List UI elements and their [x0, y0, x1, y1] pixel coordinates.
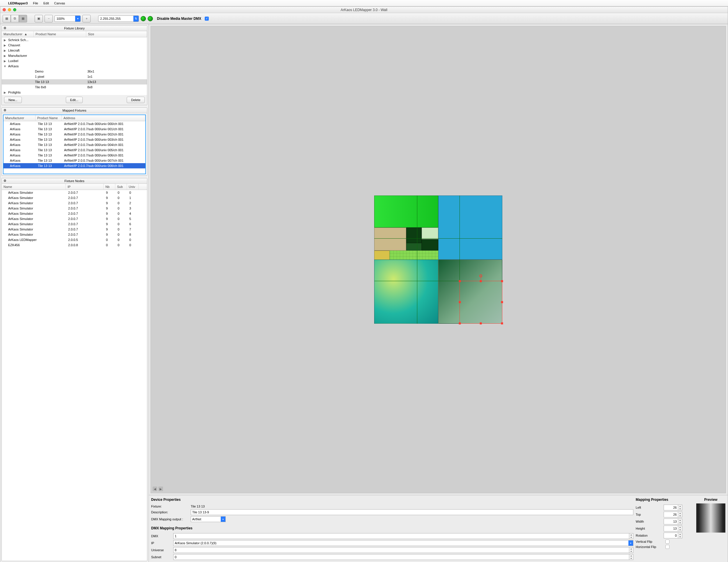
stepper-icon[interactable]: ▲▼	[678, 512, 682, 517]
gear-icon[interactable]: ⚙	[3, 179, 6, 183]
gear-icon[interactable]: ⚙	[3, 26, 6, 30]
gear-icon[interactable]: ⚙	[3, 108, 6, 112]
node-row[interactable]: ArKaos Simulator2.0.0.7906	[2, 221, 147, 227]
mapped-row[interactable]: ArKaosTile 13 13ArtNet/IP 2.0.0.7/sub 00…	[3, 137, 145, 142]
sort-asc-icon: ▲	[24, 32, 27, 36]
mapped-row[interactable]: ArKaosTile 13 13ArtNet/IP 2.0.0.7/sub 00…	[3, 121, 145, 126]
zoom-in-icon[interactable]: ＋	[82, 15, 91, 22]
status-led-1-icon	[141, 16, 146, 21]
mapped-header[interactable]: Manufacturer Product Name Address	[3, 115, 145, 121]
dmx-output-select[interactable]: ArtNet▾	[191, 516, 226, 522]
disable-dmx-checkbox[interactable]: ✓	[205, 17, 209, 21]
tree-row[interactable]: ▶Schnick Sch...	[2, 37, 147, 43]
fixture-nodes-panel: ⚙Fixture Nodes Name IP Nb Sub Univ ArKao…	[1, 178, 147, 561]
canvas-prev-icon[interactable]: ◀	[153, 487, 157, 491]
library-tree[interactable]: ▶Schnick Sch...▶Chauvet▶Litecraft▶Manufa…	[2, 37, 147, 95]
dmx-ip-select[interactable]: ArKaos Simulator (2.0.0.7)(9)▾	[173, 540, 633, 546]
preview-thumbnail	[696, 503, 725, 533]
tree-row[interactable]: ▶Luxibel	[2, 58, 147, 63]
node-row[interactable]: ArKaos Simulator2.0.0.7904	[2, 211, 147, 216]
tree-row[interactable]: ▶Manufacturer	[2, 53, 147, 58]
universe-input[interactable]	[173, 547, 629, 553]
fixture-value: Tile 13 13	[191, 505, 205, 508]
stepper-icon[interactable]: ▲▼	[678, 533, 682, 538]
top-input[interactable]	[664, 512, 678, 517]
stepper-icon[interactable]: ▲▼	[678, 519, 682, 524]
tree-child[interactable]: Tile 8x88x8	[2, 84, 147, 90]
tree-child[interactable]: 1 pixel1x1	[2, 74, 147, 79]
nodes-header[interactable]: Name IP Nb Sub Univ	[2, 184, 147, 190]
canvas-next-icon[interactable]: ▶	[158, 487, 163, 491]
stepper-icon[interactable]: ▲▼	[629, 547, 633, 553]
zoom-out-icon[interactable]: －	[45, 15, 53, 22]
subnet-input[interactable]	[173, 554, 629, 560]
mapped-row[interactable]: ArKaosTile 13 13ArtNet/IP 2.0.0.7/sub 00…	[3, 158, 145, 163]
height-input[interactable]	[664, 526, 678, 531]
status-led-2-icon	[148, 16, 153, 21]
dropdown-arrow-icon: ⇅	[133, 16, 139, 22]
app-name[interactable]: LEDMapper3	[8, 1, 28, 5]
vflip-checkbox[interactable]	[665, 540, 669, 544]
edit-fixture-button[interactable]: Edit...	[66, 97, 83, 103]
dmx-input[interactable]	[173, 533, 629, 539]
node-row[interactable]: ArKaos Simulator2.0.0.7902	[2, 200, 147, 206]
node-row[interactable]: ArKaos Simulator2.0.0.7908	[2, 232, 147, 237]
menu-canvas[interactable]: Canvas	[54, 1, 65, 5]
tree-child[interactable]: Demo36x1	[2, 69, 147, 74]
node-row[interactable]: ArKaos LEDMapper2.0.0.5000	[2, 237, 147, 242]
stepper-icon[interactable]: ▲▼	[629, 533, 633, 539]
zoom-select[interactable]: 100% ▾	[54, 15, 81, 22]
mapped-row[interactable]: ArKaosTile 13 13ArtNet/IP 2.0.0.7/sub 00…	[3, 142, 145, 147]
mapped-row[interactable]: ArKaosTile 13 13ArtNet/IP 2.0.0.7/sub 00…	[3, 147, 145, 153]
menu-edit[interactable]: Edit	[43, 1, 49, 5]
stepper-icon[interactable]: ▲▼	[678, 526, 682, 531]
main-window: ArKaos LEDMapper 3.0 - Wall ▦ ⧉ ▦ ▣ － 10…	[0, 6, 728, 562]
window-minimize-icon[interactable]	[8, 8, 11, 11]
panel-title: Fixture Nodes	[64, 179, 84, 183]
node-row[interactable]: EZK4562.0.0.8000	[2, 242, 147, 247]
hflip-checkbox[interactable]	[665, 545, 669, 549]
panel-title: Fixture Library	[64, 26, 84, 30]
tool-fit-icon[interactable]: ▣	[35, 15, 43, 22]
selection-box[interactable]	[460, 281, 502, 324]
tree-child[interactable]: Tile 13 1313x13	[2, 79, 147, 84]
preview-title: Preview	[696, 498, 725, 502]
mapped-list[interactable]: ArKaosTile 13 13ArtNet/IP 2.0.0.7/sub 00…	[3, 121, 145, 174]
library-header[interactable]: Manufacturer ▲ Product Name Size	[2, 31, 147, 37]
mapped-row[interactable]: ArKaosTile 13 13ArtNet/IP 2.0.0.7/sub 00…	[3, 153, 145, 158]
left-input[interactable]	[664, 505, 678, 510]
stepper-icon[interactable]: ▲▼	[629, 554, 633, 560]
tree-row[interactable]: ▶Prolights	[2, 90, 147, 95]
tree-row[interactable]: ▶Litecraft	[2, 48, 147, 53]
tool-select-icon[interactable]: ⧉	[11, 15, 19, 22]
node-row[interactable]: ArKaos Simulator2.0.0.7901	[2, 195, 147, 200]
new-fixture-button[interactable]: New...	[4, 97, 22, 103]
tree-row[interactable]: ▼ArKaos	[2, 63, 147, 69]
mapped-row[interactable]: ArKaosTile 13 13ArtNet/IP 2.0.0.7/sub 00…	[3, 126, 145, 132]
broadcast-ip-select[interactable]: 2.255.255.255 ⇅	[98, 15, 139, 22]
menu-file[interactable]: File	[33, 1, 38, 5]
window-title: ArKaos LEDMapper 3.0 - Wall	[0, 8, 728, 12]
width-input[interactable]	[664, 519, 678, 524]
mapped-row[interactable]: ArKaosTile 13 13ArtNet/IP 2.0.0.7/sub 00…	[3, 132, 145, 137]
canvas-viewport[interactable]: ◀ ▶	[151, 26, 726, 493]
description-input[interactable]	[191, 509, 633, 515]
tree-row[interactable]: ▶Chauvet	[2, 43, 147, 48]
broadcast-ip-value: 2.255.255.255	[100, 17, 121, 20]
mapped-row[interactable]: ArKaosTile 13 13ArtNet/IP 2.0.0.7/sub 00…	[3, 163, 145, 168]
canvas[interactable]	[374, 195, 502, 324]
node-row[interactable]: ArKaos Simulator2.0.0.7907	[2, 227, 147, 232]
window-zoom-icon[interactable]	[13, 8, 16, 11]
node-row[interactable]: ArKaos Simulator2.0.0.7903	[2, 206, 147, 211]
nodes-list[interactable]: ArKaos Simulator2.0.0.7900ArKaos Simulat…	[2, 190, 147, 561]
tool-grid2-icon[interactable]: ▦	[19, 15, 27, 22]
stepper-icon[interactable]: ▲▼	[678, 505, 682, 510]
delete-fixture-button[interactable]: Delete	[127, 97, 145, 103]
mapped-fixtures-panel: ⚙Mapped Fixtures Manufacturer Product Na…	[1, 107, 147, 176]
node-row[interactable]: ArKaos Simulator2.0.0.7905	[2, 216, 147, 221]
tool-grid1-icon[interactable]: ▦	[3, 15, 11, 22]
zoom-value: 100%	[56, 17, 65, 20]
window-close-icon[interactable]	[3, 8, 6, 11]
node-row[interactable]: ArKaos Simulator2.0.0.7900	[2, 190, 147, 195]
rotation-input[interactable]	[664, 533, 678, 538]
